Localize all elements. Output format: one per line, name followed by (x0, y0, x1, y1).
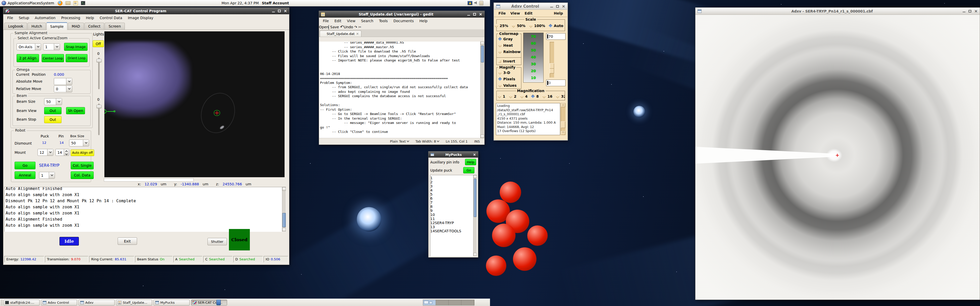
2pt-align-button[interactable]: 2 pt Align (17, 54, 39, 62)
relative-move-input[interactable]: 0 (54, 86, 72, 92)
gedit-menu-help[interactable]: Help (417, 18, 430, 24)
adxv-magnification-8[interactable]: 8 (531, 94, 539, 98)
log-scrollbar[interactable] (282, 187, 286, 231)
help-button[interactable]: Help (465, 159, 476, 165)
snap-image-button[interactable]: Snap Image (64, 43, 88, 51)
close-button[interactable]: × (562, 5, 565, 8)
chevron-down-icon[interactable] (66, 86, 72, 92)
document-tab[interactable]: Staff_Update.dat ✕ (320, 30, 361, 37)
adxv-magnify-3-d[interactable]: 3-D (498, 71, 521, 75)
adxv-scale-100[interactable]: 100% (529, 24, 545, 28)
display-warning-icon[interactable] (468, 1, 473, 5)
adxv-menu-file[interactable]: File (496, 11, 508, 16)
terminal-launcher-icon[interactable]: >_ (81, 1, 85, 5)
minimize-button[interactable] (550, 5, 553, 7)
chevron-down-icon[interactable] (66, 78, 72, 85)
puck-row-8[interactable]: 8 (430, 205, 477, 209)
center-loop-button[interactable]: Center Loop (41, 54, 64, 62)
sample-camera-view[interactable] (104, 32, 285, 177)
spinner-arrows-icon[interactable] (64, 149, 69, 155)
taskbar-item-adxv-control[interactable]: Adxv Control (41, 300, 77, 306)
gedit-menu-view[interactable]: View (345, 18, 358, 24)
puck-row-14[interactable]: 14SERCAT-TOOLS (430, 229, 477, 233)
scroll-down-icon[interactable] (480, 135, 484, 138)
puck-row-7[interactable]: 7 (430, 200, 477, 205)
firefox-launcher-icon[interactable] (58, 1, 62, 6)
power-icon[interactable] (479, 1, 484, 5)
maximize-button[interactable] (969, 10, 971, 13)
chevron-down-icon[interactable] (54, 44, 60, 50)
workspace-1[interactable] (423, 300, 436, 305)
adxv-magnification-4[interactable]: 4 (520, 94, 528, 98)
puck-row-12[interactable]: 12SER4-TRYP (430, 221, 477, 225)
sercat-menu-control-data[interactable]: Control Data (97, 15, 124, 21)
adxv-magnification-2[interactable]: 2 (509, 94, 517, 98)
tab-mad[interactable]: MAD (68, 23, 84, 30)
account-name[interactable]: Staff Account (262, 1, 289, 5)
adxv-menu-edit[interactable]: Edit (522, 11, 535, 16)
workspace-3[interactable] (449, 300, 461, 305)
close-button[interactable]: × (479, 13, 482, 16)
contrast-max-field[interactable]: 70 (546, 33, 566, 40)
workspace-2[interactable] (436, 300, 449, 305)
panel-menu-system[interactable]: System (41, 1, 54, 5)
minimize-button[interactable] (467, 13, 470, 16)
adxv-colormap-heat[interactable]: Heat (498, 43, 521, 48)
tab-width-select[interactable]: Tab Width: 8 (415, 140, 439, 143)
gedit-text-area[interactable]: -- series_#####_data_000001.h5 -- series… (319, 41, 480, 138)
adxv-scale-50[interactable]: 50% (512, 24, 525, 28)
scrollbar-handle[interactable] (474, 179, 476, 217)
sercat-titlebar[interactable]: SER-CAT Control Program × (3, 8, 289, 14)
volume-icon[interactable] (474, 1, 477, 4)
clock[interactable]: Mon Apr 22, 4:37 PM (221, 1, 259, 5)
absolute-move-input[interactable] (54, 78, 72, 85)
open-button[interactable]: Open (319, 25, 329, 29)
minimize-button[interactable] (963, 10, 966, 12)
maximize-button[interactable] (473, 13, 476, 16)
close-button[interactable]: × (473, 153, 476, 156)
puck-row-5[interactable]: 5 (430, 192, 477, 197)
scrollbar-handle[interactable] (561, 121, 565, 128)
adxv-colormap-rainbow[interactable]: Rainbow (498, 50, 521, 54)
gedit-menu-tools[interactable]: Tools (377, 18, 390, 24)
lights-off-button[interactable]: Off (93, 40, 104, 47)
panel-menu-applications[interactable]: Applications (8, 1, 30, 5)
adxv-menu-help[interactable]: Help (552, 11, 565, 16)
beam-size-select[interactable]: 50 (44, 98, 62, 105)
mount-pin-stepper[interactable]: 14 (56, 149, 69, 156)
minimize-button[interactable] (272, 10, 275, 12)
robot-go-button[interactable]: Go (14, 162, 35, 169)
puck-row-9[interactable]: 9 (430, 209, 477, 212)
adxv-magnification-1[interactable]: 1 (498, 94, 505, 98)
redo-icon[interactable]: ↷ (354, 25, 357, 29)
adxv-scale-auto[interactable]: Auto (549, 24, 563, 28)
scroll-up-icon[interactable] (473, 175, 477, 178)
scroll-up-icon[interactable]: △ (561, 103, 565, 107)
tab-logbook[interactable]: Logbook (4, 23, 27, 30)
gedit-menu-search[interactable]: Search (359, 18, 375, 24)
diffraction-image[interactable] (695, 15, 980, 300)
tab-collect[interactable]: Collect (84, 23, 104, 30)
close-button[interactable]: × (974, 10, 978, 13)
gedit-titlebar[interactable]: Staff_Update.dat (/var/sergui) - gedit × (319, 11, 484, 17)
shutter-open-button[interactable]: Sh Open (66, 107, 85, 114)
anneal-time-select[interactable]: 1 (39, 172, 55, 179)
text-editor-launcher-icon[interactable] (73, 1, 78, 5)
zoom-select[interactable]: 1 (43, 43, 60, 50)
adxv-magnification-16[interactable]: 16 (542, 94, 552, 98)
chevron-down-icon[interactable] (49, 172, 55, 179)
gedit-menu-documents[interactable]: Documents (391, 18, 416, 24)
maximize-button[interactable] (556, 5, 559, 8)
chevron-down-icon[interactable] (83, 140, 89, 146)
adxv-colormap-gray[interactable]: Gray (498, 37, 521, 41)
anneal-button[interactable]: Anneal (14, 171, 35, 179)
taskbar-item-mypucks[interactable]: MyPucks (154, 300, 189, 306)
puck-row-3[interactable]: 3 (430, 184, 477, 188)
light-slider1-handle[interactable] (97, 59, 102, 62)
panel-menu-places[interactable]: Places (30, 1, 41, 5)
puck-row-6[interactable]: 6 (430, 197, 477, 200)
tab-screen[interactable]: Screen (105, 23, 124, 30)
status-log-area[interactable]: Auto Alignment Finished Auto align sampl… (4, 187, 286, 232)
scrollbar-handle[interactable] (282, 213, 286, 227)
taskbar-item-ser-cat-con[interactable]: SER-CAT Con... (191, 300, 227, 306)
